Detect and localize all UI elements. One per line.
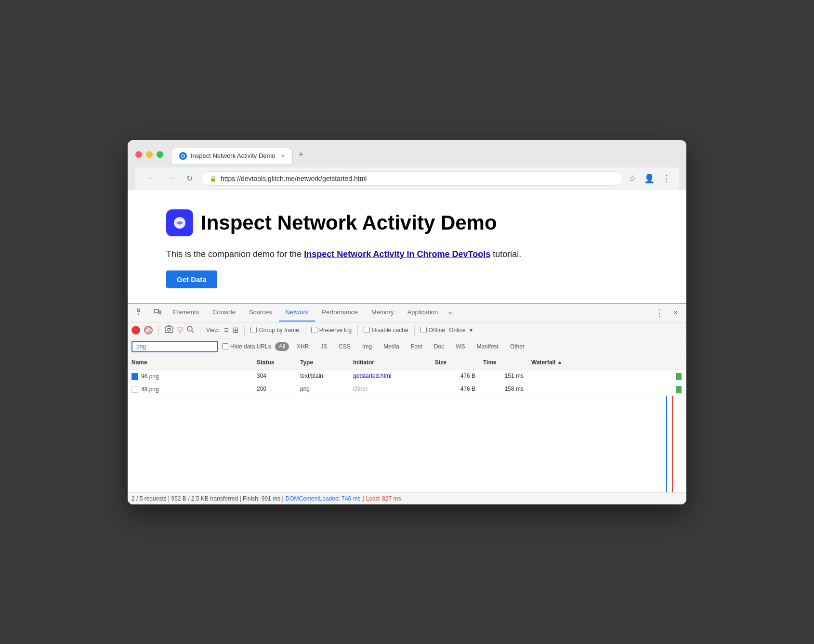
cell-status-1: 304 bbox=[253, 370, 296, 383]
tab-application[interactable]: Application bbox=[401, 304, 445, 322]
waterfall-bar-2 bbox=[676, 386, 682, 393]
offline-label: Offline bbox=[429, 327, 445, 334]
header-size[interactable]: Size bbox=[431, 357, 479, 368]
tab-network[interactable]: Network bbox=[279, 304, 315, 322]
svg-point-7 bbox=[168, 328, 171, 331]
svg-point-1 bbox=[182, 155, 184, 157]
group-by-frame-checkbox[interactable]: Group by frame bbox=[250, 327, 299, 334]
inspect-element-icon[interactable] bbox=[131, 304, 149, 321]
filter-css-button[interactable]: CSS bbox=[335, 342, 354, 351]
filter-bar: Hide data URLs All XHR JS CSS Img Media … bbox=[128, 338, 686, 355]
page-content: Inspect Network Activity Demo This is th… bbox=[128, 190, 686, 303]
initiator-link-1[interactable]: getstarted.html bbox=[353, 373, 391, 379]
back-button[interactable]: ← bbox=[143, 172, 158, 184]
cell-size-2: 476 B bbox=[431, 383, 479, 396]
devtools-link[interactable]: Inspect Network Activity In Chrome DevTo… bbox=[304, 249, 490, 259]
get-data-button[interactable]: Get Data bbox=[166, 270, 217, 288]
tab-more[interactable]: » bbox=[445, 304, 456, 321]
cell-status-2: 200 bbox=[253, 383, 296, 396]
online-label: Online bbox=[449, 327, 466, 334]
reload-button[interactable]: ↻ bbox=[184, 173, 196, 184]
filter-js-button[interactable]: JS bbox=[316, 342, 331, 351]
svg-rect-3 bbox=[137, 309, 140, 311]
cell-time-2: 158 ms bbox=[479, 383, 527, 396]
table-row[interactable]: 48.png 200 png Other 476 B 158 ms bbox=[128, 383, 686, 396]
filter-img-button[interactable]: Img bbox=[358, 342, 376, 351]
filter-other-button[interactable]: Other bbox=[506, 342, 528, 351]
tab-performance[interactable]: Performance bbox=[315, 304, 364, 322]
view-list-icon[interactable]: ≡ bbox=[224, 326, 228, 335]
screenshot-button[interactable] bbox=[165, 325, 173, 335]
filter-font-button[interactable]: Font bbox=[407, 342, 426, 351]
separator-5 bbox=[357, 325, 358, 335]
separator-6 bbox=[414, 325, 415, 335]
separator-1 bbox=[158, 325, 159, 335]
address-bar: ← → ↻ 🔒 https://devtools.glitch.me/netwo… bbox=[135, 167, 679, 190]
tab-console[interactable]: Console bbox=[206, 304, 242, 322]
header-time[interactable]: Time bbox=[479, 357, 527, 368]
bookmark-icon[interactable]: ☆ bbox=[629, 173, 636, 184]
tab-favicon bbox=[179, 152, 187, 160]
header-initiator[interactable]: Initiator bbox=[349, 357, 431, 368]
hide-data-urls-checkbox[interactable]: Hide data URLs bbox=[222, 343, 271, 350]
dom-content-loaded-line bbox=[666, 396, 667, 492]
devtools-menu-button[interactable]: ⋮ bbox=[650, 304, 669, 322]
tab-sources[interactable]: Sources bbox=[242, 304, 279, 322]
browser-menu-icon[interactable]: ⋮ bbox=[662, 173, 671, 184]
traffic-lights bbox=[135, 151, 163, 158]
offline-checkbox[interactable]: Offline bbox=[420, 327, 445, 334]
filter-ws-button[interactable]: WS bbox=[452, 342, 469, 351]
new-tab-button[interactable]: + bbox=[293, 146, 310, 164]
filter-media-button[interactable]: Media bbox=[380, 342, 403, 351]
devtools-tabs: Elements Console Sources Network Perform… bbox=[128, 304, 686, 322]
filter-all-button[interactable]: All bbox=[275, 342, 289, 351]
traffic-light-yellow[interactable] bbox=[146, 151, 153, 158]
filter-xhr-button[interactable]: XHR bbox=[293, 342, 313, 351]
devtools-close-button[interactable]: × bbox=[669, 305, 683, 321]
page-description: This is the companion demo for the Inspe… bbox=[166, 248, 648, 261]
table-row[interactable]: 96.png 304 text/plain getstarted.html 47… bbox=[128, 370, 686, 383]
disable-cache-checkbox[interactable]: Disable cache bbox=[364, 327, 408, 334]
preserve-log-checkbox[interactable]: Preserve log bbox=[311, 327, 352, 334]
group-by-frame-label: Group by frame bbox=[259, 327, 299, 334]
record-button[interactable] bbox=[131, 326, 140, 335]
cell-size-1: 476 B bbox=[431, 370, 479, 383]
devtools-panel: Elements Console Sources Network Perform… bbox=[128, 303, 686, 504]
page-title: Inspect Network Activity Demo bbox=[201, 211, 497, 234]
traffic-light-red[interactable] bbox=[135, 151, 142, 158]
filter-manifest-button[interactable]: Manifest bbox=[473, 342, 502, 351]
cell-type-1: text/plain bbox=[296, 370, 349, 383]
load-line bbox=[672, 396, 673, 492]
online-dropdown-arrow[interactable]: ▾ bbox=[470, 327, 473, 334]
tab-close-button[interactable]: × bbox=[281, 153, 285, 159]
tab-elements[interactable]: Elements bbox=[166, 304, 206, 322]
device-toggle-icon[interactable] bbox=[149, 304, 166, 321]
dom-content-loaded-label: DOMContentLoaded: 746 ms bbox=[286, 495, 361, 502]
svg-rect-6 bbox=[165, 327, 173, 333]
load-time-label: Load: 827 ms bbox=[366, 495, 401, 502]
tab-memory[interactable]: Memory bbox=[365, 304, 401, 322]
title-bar-top: Inspect Network Activity Demo × + bbox=[135, 146, 679, 164]
tab-bar: Inspect Network Activity Demo × + bbox=[171, 146, 679, 164]
header-type[interactable]: Type bbox=[296, 357, 349, 368]
user-avatar[interactable]: 👤 bbox=[644, 173, 655, 184]
header-status[interactable]: Status bbox=[253, 357, 296, 368]
traffic-light-green[interactable] bbox=[157, 151, 163, 158]
header-name[interactable]: Name bbox=[128, 357, 253, 368]
filter-doc-button[interactable]: Doc bbox=[430, 342, 448, 351]
filter-button[interactable]: ▽ bbox=[177, 325, 183, 335]
table-header: Name Status Type Initiator Size Time Wat… bbox=[128, 355, 686, 370]
url-bar[interactable]: 🔒 https://devtools.glitch.me/network/get… bbox=[201, 171, 623, 186]
view-grid-icon[interactable]: ⊞ bbox=[232, 325, 238, 335]
active-tab[interactable]: Inspect Network Activity Demo × bbox=[171, 148, 293, 164]
clear-button[interactable]: 🚫 bbox=[144, 326, 153, 335]
filter-input[interactable] bbox=[131, 341, 218, 352]
hide-data-urls-label: Hide data URLs bbox=[230, 343, 271, 350]
header-waterfall[interactable]: Waterfall ▲ bbox=[527, 357, 686, 368]
separator-4 bbox=[305, 325, 305, 335]
lock-icon: 🔒 bbox=[210, 175, 217, 182]
forward-button[interactable]: → bbox=[163, 172, 178, 184]
search-button[interactable] bbox=[187, 326, 194, 335]
disable-cache-label: Disable cache bbox=[372, 327, 408, 334]
status-bar: 2 / 5 requests | 952 B / 2.5 KB transfer… bbox=[128, 492, 686, 504]
